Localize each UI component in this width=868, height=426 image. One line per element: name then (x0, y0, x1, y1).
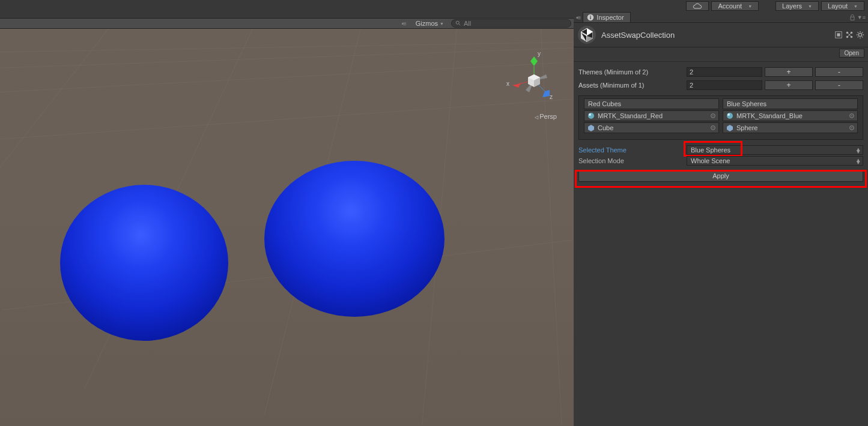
asset-header: AssetSwapCollection (574, 23, 868, 47)
svg-marker-7 (530, 56, 538, 66)
account-dropdown[interactable]: Account ▼ (711, 1, 759, 11)
theme-item-label: MRTK_Standard_Blue (736, 112, 803, 119)
gizmos-label: Gizmos (416, 20, 438, 27)
theme-item[interactable]: MRTK_Standard_Blue (723, 110, 858, 121)
object-picker-icon[interactable] (710, 113, 716, 119)
svg-point-46 (851, 127, 852, 128)
svg-marker-5 (512, 83, 521, 88)
cloud-icon (693, 2, 702, 10)
persp-label[interactable]: ◁ Persp (535, 113, 557, 120)
scene-search-input[interactable]: All (451, 19, 571, 28)
svg-point-0 (456, 21, 459, 24)
chevron-down-icon: ▼ (808, 4, 812, 8)
inspector-tab-row: •≡ Inspector ▼≡ (574, 12, 868, 23)
assets-value[interactable]: 2 (687, 80, 762, 90)
svg-rect-25 (837, 33, 840, 36)
svg-rect-16 (851, 17, 854, 20)
asset-title: AssetSwapCollection (601, 31, 830, 40)
axis-y-label: y (538, 50, 541, 57)
layers-label: Layers (782, 2, 802, 10)
theme-item[interactable]: MRTK_Standard_Red (584, 110, 719, 121)
gear-icon[interactable] (856, 31, 864, 39)
svg-marker-37 (588, 125, 594, 131)
search-placeholder: All (464, 20, 471, 27)
cloud-button[interactable] (686, 1, 709, 11)
panel-handle-icon[interactable]: •≡ (401, 20, 405, 27)
themes-label: Themes (Minimum of 2) (578, 68, 687, 76)
selection-mode-label: Selection Mode (578, 157, 687, 164)
svg-point-43 (851, 115, 852, 116)
asset-bundle-icon[interactable] (834, 31, 843, 39)
dropdown-arrows-icon: ▴▾ (857, 148, 860, 152)
svg-point-32 (858, 33, 861, 36)
selected-theme-value: Blue Spheres (691, 146, 730, 154)
material-icon (587, 112, 595, 120)
inspector-panel: •≡ Inspector ▼≡ (574, 12, 868, 426)
svg-marker-9 (542, 90, 550, 97)
scene-viewport[interactable]: x y z ◁ Persp (0, 29, 574, 426)
selection-mode-value: Whole Scene (691, 157, 730, 164)
theme-column-red: Red Cubes MRTK_Standard_Red Cube (584, 98, 719, 134)
theme-item-label: Cube (598, 124, 613, 131)
theme-header[interactable]: Blue Spheres (723, 98, 858, 109)
scene-view: •≡ Gizmos ▼ All (0, 12, 574, 426)
info-icon (587, 14, 594, 21)
selected-theme-row: Selected Theme Blue Spheres ▴▾ (574, 145, 868, 155)
theme-item-label: MRTK_Standard_Red (598, 112, 663, 119)
search-icon (455, 20, 461, 26)
account-label: Account (718, 2, 742, 10)
asset-label-icon[interactable] (845, 31, 854, 39)
svg-point-40 (727, 113, 733, 119)
prefab-icon (726, 124, 734, 132)
scene-header: •≡ Gizmos ▼ All (0, 18, 574, 29)
top-toolbar: Account ▼ Layers ▼ Layout ▼ (682, 0, 868, 12)
selected-theme-dropdown[interactable]: Blue Spheres ▴▾ (687, 145, 863, 155)
object-picker-icon[interactable] (710, 125, 716, 131)
assets-add-button[interactable]: + (765, 80, 813, 90)
theme-columns: Red Cubes MRTK_Standard_Red Cube Blue Sp… (578, 95, 863, 140)
lock-icon[interactable] (849, 14, 856, 21)
panel-menu-icon[interactable]: ▼≡ (857, 14, 866, 20)
gizmos-dropdown[interactable]: Gizmos ▼ (411, 19, 449, 28)
svg-point-34 (589, 113, 591, 116)
selection-mode-dropdown[interactable]: Whole Scene ▴▾ (687, 156, 863, 166)
inspector-tab[interactable]: Inspector (583, 12, 630, 22)
svg-point-36 (712, 115, 714, 116)
themes-value[interactable]: 2 (687, 67, 762, 77)
svg-marker-44 (727, 125, 733, 131)
chevron-down-icon: ▼ (854, 4, 858, 8)
open-button[interactable]: Open (839, 49, 864, 58)
theme-item[interactable]: Sphere (723, 122, 858, 133)
svg-rect-15 (590, 16, 592, 17)
theme-item-label: Sphere (736, 124, 757, 131)
assets-remove-button[interactable]: - (815, 80, 863, 90)
material-icon (726, 112, 734, 120)
layers-dropdown[interactable]: Layers ▼ (775, 1, 819, 11)
theme-column-blue: Blue Spheres MRTK_Standard_Blue Sphere (723, 98, 858, 134)
layout-dropdown[interactable]: Layout ▼ (821, 1, 864, 11)
axis-x-label: x (506, 80, 509, 87)
unity-asset-icon (577, 25, 596, 44)
object-picker-icon[interactable] (849, 113, 855, 119)
scene-sphere-1[interactable] (60, 185, 228, 341)
prefab-icon (587, 124, 595, 132)
svg-rect-14 (590, 17, 592, 19)
svg-point-33 (588, 113, 594, 119)
themes-row: Themes (Minimum of 2) 2 + - (578, 67, 863, 77)
object-picker-icon[interactable] (849, 125, 855, 131)
theme-item[interactable]: Cube (584, 122, 719, 133)
selection-mode-row: Selection Mode Whole Scene ▴▾ (574, 155, 868, 166)
scene-sphere-2[interactable] (264, 161, 445, 317)
theme-header[interactable]: Red Cubes (584, 98, 719, 109)
axis-z-label: z (550, 94, 553, 100)
inspector-tab-label: Inspector (596, 14, 624, 21)
panel-handle-icon[interactable]: •≡ (574, 14, 583, 22)
dropdown-arrows-icon: ▴▾ (857, 158, 860, 163)
assets-label: Assets (Minimum of 1) (578, 82, 687, 89)
axis-gizmo[interactable]: x y z (510, 56, 558, 110)
themes-remove-button[interactable]: - (815, 67, 863, 77)
svg-point-39 (712, 127, 714, 128)
themes-add-button[interactable]: + (765, 67, 813, 77)
layout-label: Layout (828, 2, 848, 10)
apply-button[interactable]: Apply (578, 170, 863, 182)
